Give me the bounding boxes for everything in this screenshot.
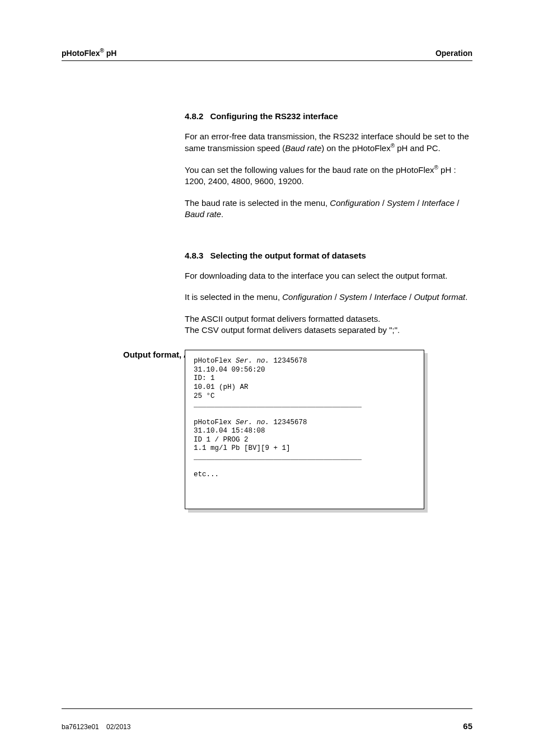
ascii-etc: etc... <box>194 471 415 480</box>
text-italic: System <box>339 292 367 302</box>
section-4-8-2-title: Configuring the RS232 interface <box>210 111 338 121</box>
registered-super: ® <box>391 143 395 149</box>
text-italic: Output format <box>414 292 465 302</box>
footer-doc-id: ba76123e01 <box>62 723 99 731</box>
ascii-blank <box>194 462 415 471</box>
ascii-line: ID: 1 <box>194 374 415 383</box>
ascii-output-box: pHotoFlex Ser. no. 12345678 31.10.04 09:… <box>185 350 424 509</box>
text-italic: Configuration <box>282 292 332 302</box>
text-italic: Configuration <box>330 198 380 208</box>
section-4-8-3-para-1: For downloading data to the interface yo… <box>185 270 472 281</box>
text-fragment: ) on the pHotoFlex <box>321 143 390 153</box>
text-fragment: / <box>407 292 414 302</box>
footer-date: 02/2013 <box>106 723 130 731</box>
ascii-blank <box>194 410 415 419</box>
ascii-line: 31.10.04 15:48:08 <box>194 427 415 436</box>
ascii-line: 25 °C <box>194 392 415 401</box>
text-line: The CSV output format delivers datasets … <box>185 325 400 335</box>
text-italic: System <box>387 198 415 208</box>
text-italic: Interface <box>374 292 407 302</box>
ascii-line: 10.01 (pH) AR <box>194 383 415 392</box>
ascii-line: pHotoFlex Ser. no. 12345678 <box>194 357 415 366</box>
text-fragment: It is selected in the menu, <box>185 292 282 302</box>
text-fragment: The baud rate is selected in the menu, <box>185 198 330 208</box>
ascii-separator: ________________________________________ <box>194 453 415 462</box>
text-italic: Interface <box>422 198 455 208</box>
registered-super: ® <box>434 165 438 171</box>
main-content: 4.8.2Configuring the RS232 interface For… <box>185 111 472 336</box>
footer-left: ba76123e01 02/2013 <box>62 723 130 731</box>
mono-text: pHotoFlex <box>194 357 236 365</box>
ascii-line: 31.10.04 09:56:20 <box>194 366 415 375</box>
section-4-8-2-num: 4.8.2 <box>185 111 203 121</box>
text-fragment: / <box>367 292 374 302</box>
text-fragment: . <box>221 209 223 219</box>
header-product-super: ® <box>100 48 104 54</box>
header-section: Operation <box>435 49 472 58</box>
mono-italic-text: Ser. no. <box>236 357 269 365</box>
text-fragment: You can set the following values for the… <box>185 165 434 175</box>
ascii-separator: ________________________________________ <box>194 401 415 410</box>
mono-text: 12345678 <box>269 357 307 365</box>
ascii-line: 1.1 mg/l Pb [BV][9 + 1] <box>194 444 415 453</box>
text-line: The ASCII output format delivers formatt… <box>185 314 380 323</box>
section-4-8-3-num: 4.8.3 <box>185 251 203 260</box>
output-format-ascii-row: Output format, ASCII pHotoFlex Ser. no. … <box>62 350 472 509</box>
header-product-prefix: pHotoFlex <box>62 49 100 58</box>
section-4-8-2-para-1: For an error-free data transmission, the… <box>185 131 472 154</box>
text-fragment: / <box>455 198 459 208</box>
mono-text: pHotoFlex <box>194 419 236 426</box>
section-4-8-2-para-2: You can set the following values for the… <box>185 164 472 187</box>
text-fragment: . <box>465 292 467 302</box>
text-fragment: / <box>332 292 340 302</box>
text-fragment: pH and PC. <box>395 143 441 153</box>
section-4-8-2-para-3: The baud rate is selected in the menu, C… <box>185 198 472 220</box>
mono-italic-text: Ser. no. <box>236 419 269 426</box>
text-fragment: / <box>415 198 422 208</box>
header-product: pHotoFlex® pH <box>62 48 116 58</box>
ascii-line: pHotoFlex Ser. no. 12345678 <box>194 419 415 428</box>
section-4-8-3-para-2: It is selected in the menu, Configuratio… <box>185 292 472 303</box>
mono-text: 12345678 <box>269 419 307 426</box>
ascii-line: ID 1 / PROG 2 <box>194 436 415 445</box>
header-product-suffix: pH <box>104 49 117 58</box>
footer-page-number: 65 <box>463 721 472 731</box>
text-italic: Baud rate <box>185 209 221 219</box>
page-footer: ba76123e01 02/2013 65 <box>62 708 472 731</box>
page-header: pHotoFlex® pH Operation <box>62 48 472 61</box>
text-italic: Baud rate <box>285 143 321 153</box>
section-4-8-3-title: Selecting the output format of datasets <box>210 251 366 260</box>
section-4-8-3-para-3: The ASCII output format delivers formatt… <box>185 313 472 336</box>
text-fragment: / <box>380 198 387 208</box>
section-4-8-2-heading: 4.8.2Configuring the RS232 interface <box>185 111 472 121</box>
section-4-8-3-heading: 4.8.3Selecting the output format of data… <box>185 251 472 260</box>
